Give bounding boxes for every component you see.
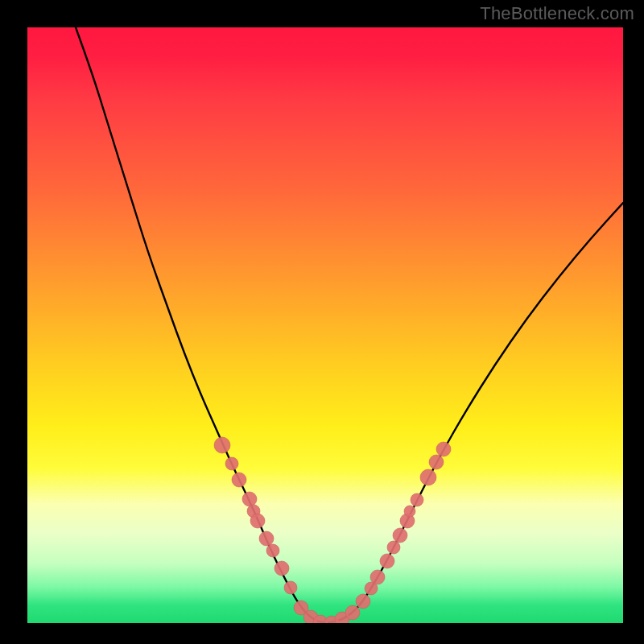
marker-bottom-5 — [345, 605, 360, 620]
marker-right-8 — [420, 469, 436, 485]
marker-left-7 — [266, 544, 279, 557]
marker-right-2 — [380, 554, 394, 568]
marker-bottom-6 — [356, 594, 370, 609]
marker-left-8 — [275, 561, 289, 576]
marker-left-6 — [259, 531, 274, 546]
marker-right-1 — [370, 570, 385, 584]
marker-right-4 — [393, 528, 407, 543]
marker-right-10 — [436, 442, 451, 456]
marker-right-3 — [387, 541, 400, 554]
curve-paths — [76, 27, 623, 623]
curve-markers — [214, 437, 451, 623]
curve-layer — [27, 27, 623, 623]
marker-right-6 — [404, 506, 415, 517]
marker-left-5 — [250, 514, 265, 528]
curve-right-branch — [325, 203, 623, 623]
plot-area — [27, 27, 623, 623]
chart-stage: TheBottleneck.com — [0, 0, 644, 644]
marker-left-0 — [214, 437, 230, 453]
marker-left-2 — [232, 473, 246, 487]
marker-right-7 — [411, 493, 423, 506]
watermark-text: TheBottleneck.com — [480, 3, 634, 24]
marker-left-9 — [284, 581, 297, 594]
marker-left-3 — [242, 492, 257, 506]
curve-left-branch — [76, 27, 325, 623]
marker-left-1 — [225, 457, 238, 470]
marker-right-9 — [429, 455, 444, 469]
